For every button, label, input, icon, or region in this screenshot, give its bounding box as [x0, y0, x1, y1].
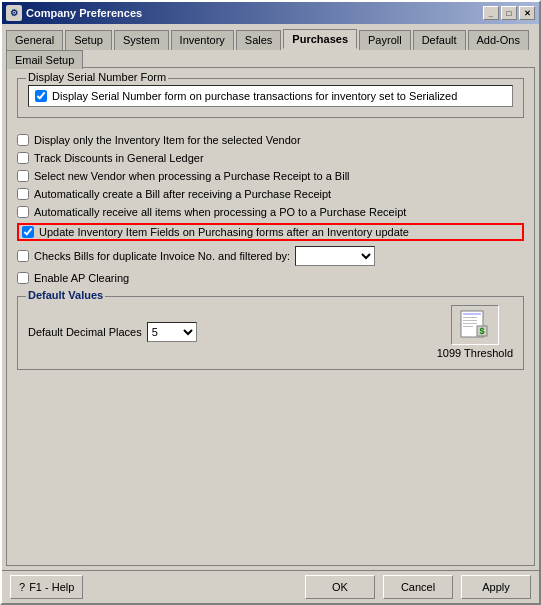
svg-rect-5: [463, 326, 473, 327]
ok-label: OK: [332, 581, 348, 593]
checkbox-row-1: Display only the Inventory Item for the …: [17, 132, 524, 148]
checkboxes-section: Display only the Inventory Item for the …: [17, 132, 524, 286]
tab-system[interactable]: System: [114, 30, 169, 50]
threshold-svg-icon: $: [459, 310, 491, 340]
help-button[interactable]: ? F1 - Help: [10, 575, 83, 599]
checkbox-row-3: Select new Vendor when processing a Purc…: [17, 168, 524, 184]
checkbox-label-5: Automatically receive all items when pro…: [34, 206, 406, 218]
window-icon: ⚙: [6, 5, 22, 21]
checkbox-label-1: Display only the Inventory Item for the …: [34, 134, 301, 146]
decimal-places-row: Default Decimal Places 0 1 2 3 4 5: [28, 322, 197, 342]
maximize-button[interactable]: □: [501, 6, 517, 20]
apply-label: Apply: [482, 581, 510, 593]
serial-number-group-title: Display Serial Number Form: [26, 71, 168, 83]
window-title: Company Preferences: [26, 7, 142, 19]
checkbox-label-3: Select new Vendor when processing a Purc…: [34, 170, 350, 182]
svg-rect-2: [463, 317, 477, 318]
button-bar: ? F1 - Help OK Cancel Apply: [2, 570, 539, 603]
checkbox-7[interactable]: [17, 250, 29, 262]
minimize-button[interactable]: _: [483, 6, 499, 20]
tab-addons[interactable]: Add-Ons: [468, 30, 529, 50]
cancel-button[interactable]: Cancel: [383, 575, 453, 599]
checkbox-label-4: Automatically create a Bill after receiv…: [34, 188, 331, 200]
apply-button[interactable]: Apply: [461, 575, 531, 599]
tab-inventory[interactable]: Inventory: [171, 30, 234, 50]
title-bar-buttons: _ □ ✕: [483, 6, 535, 20]
decimal-places-dropdown[interactable]: 0 1 2 3 4 5: [147, 322, 197, 342]
serial-number-checkbox-label: Display Serial Number form on purchase t…: [52, 90, 457, 102]
checkbox-row-4: Automatically create a Bill after receiv…: [17, 186, 524, 202]
checkbox-2[interactable]: [17, 152, 29, 164]
close-button[interactable]: ✕: [519, 6, 535, 20]
checkbox-8[interactable]: [17, 272, 29, 284]
svg-rect-3: [463, 320, 477, 321]
checkbox-label-2: Track Discounts in General Ledger: [34, 152, 204, 164]
checkbox-1[interactable]: [17, 134, 29, 146]
serial-number-checkbox-container: Display Serial Number form on purchase t…: [28, 85, 513, 107]
tab-email-setup[interactable]: Email Setup: [6, 50, 83, 69]
tab-sales[interactable]: Sales: [236, 30, 282, 50]
checkbox-row-5: Automatically receive all items when pro…: [17, 204, 524, 220]
ok-button[interactable]: OK: [305, 575, 375, 599]
cancel-label: Cancel: [401, 581, 435, 593]
help-label: F1 - Help: [29, 581, 74, 593]
serial-number-checkbox[interactable]: [35, 90, 47, 102]
tab-general[interactable]: General: [6, 30, 63, 50]
checkbox-label-6: Update Inventory Item Fields on Purchasi…: [39, 226, 409, 238]
svg-text:$: $: [479, 326, 484, 336]
svg-rect-4: [463, 323, 477, 324]
svg-rect-1: [463, 313, 481, 315]
checkbox-row-7: Checks Bills for duplicate Invoice No. a…: [17, 244, 524, 268]
tab-default[interactable]: Default: [413, 30, 466, 50]
checkbox-label-8: Enable AP Clearing: [34, 272, 129, 284]
default-values-group: Default Values Default Decimal Places 0 …: [17, 296, 524, 370]
action-buttons: OK Cancel Apply: [305, 575, 531, 599]
checkbox-label-7: Checks Bills for duplicate Invoice No. a…: [34, 250, 290, 262]
checkbox-row-6: Update Inventory Item Fields on Purchasi…: [17, 223, 524, 241]
tab-setup[interactable]: Setup: [65, 30, 112, 50]
title-bar: ⚙ Company Preferences _ □ ✕: [2, 2, 539, 24]
filter-dropdown[interactable]: All Vendor: [295, 246, 375, 266]
threshold-icon: $: [451, 305, 499, 345]
checkbox-6[interactable]: [22, 226, 34, 238]
checkbox-5[interactable]: [17, 206, 29, 218]
tab-bar: General Setup System Inventory Sales Pur…: [2, 24, 539, 67]
tab-payroll[interactable]: Payroll: [359, 30, 411, 50]
content-area: Display Serial Number Form Display Seria…: [6, 67, 535, 566]
checkbox-row-2: Track Discounts in General Ledger: [17, 150, 524, 166]
tab-purchases[interactable]: Purchases: [283, 29, 357, 49]
checkbox-row-8: Enable AP Clearing: [17, 270, 524, 286]
checkbox-4[interactable]: [17, 188, 29, 200]
checkbox-row-7-inner: Checks Bills for duplicate Invoice No. a…: [17, 246, 375, 266]
default-values-title: Default Values: [26, 289, 105, 301]
threshold-button[interactable]: $ 1099 Threshold: [437, 305, 513, 359]
checkbox-3[interactable]: [17, 170, 29, 182]
serial-number-group: Display Serial Number Form Display Seria…: [17, 78, 524, 118]
company-preferences-window: ⚙ Company Preferences _ □ ✕ General Setu…: [0, 0, 541, 605]
threshold-label: 1099 Threshold: [437, 347, 513, 359]
decimal-places-label: Default Decimal Places: [28, 326, 142, 338]
help-icon: ?: [19, 581, 25, 593]
